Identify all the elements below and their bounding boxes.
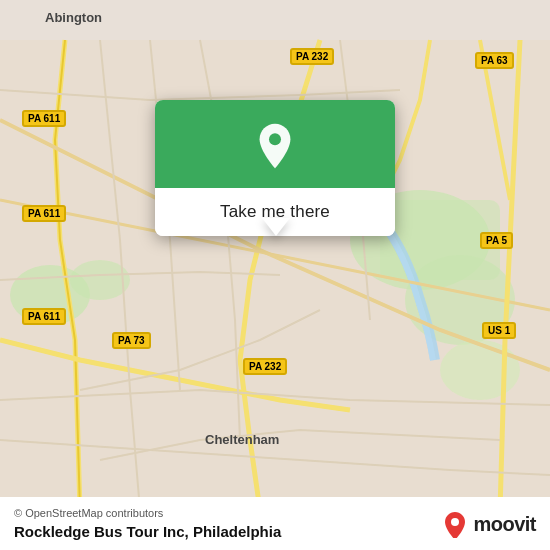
road-badge-pa611-2: PA 611 xyxy=(22,205,66,222)
moovit-logo: moovit xyxy=(441,510,536,538)
svg-point-6 xyxy=(440,340,520,400)
road-badge-pa73: PA 73 xyxy=(112,332,151,349)
road-badge-pa232-3: PA 232 xyxy=(243,358,287,375)
moovit-icon xyxy=(441,510,469,538)
road-badge-pa232-1: PA 232 xyxy=(290,48,334,65)
moovit-text: moovit xyxy=(473,513,536,536)
popup-pointer xyxy=(262,218,290,236)
svg-point-7 xyxy=(269,133,281,145)
location-pin-icon xyxy=(251,122,299,170)
map-container: PA 611 PA 611 PA 611 PA 73 PA 232 PA 232… xyxy=(0,0,550,550)
abington-label: Abington xyxy=(45,10,102,25)
popup-card: Take me there xyxy=(155,100,395,236)
map-background xyxy=(0,0,550,550)
road-badge-pa611-1: PA 611 xyxy=(22,110,66,127)
road-badge-pa611-3: PA 611 xyxy=(22,308,66,325)
popup-green-header xyxy=(155,100,395,188)
road-badge-pa63: PA 63 xyxy=(475,52,514,69)
cheltenham-label: Cheltenham xyxy=(205,432,279,447)
road-badge-pa5: PA 5 xyxy=(480,232,513,249)
svg-point-8 xyxy=(451,518,459,526)
road-badge-us1: US 1 xyxy=(482,322,516,339)
